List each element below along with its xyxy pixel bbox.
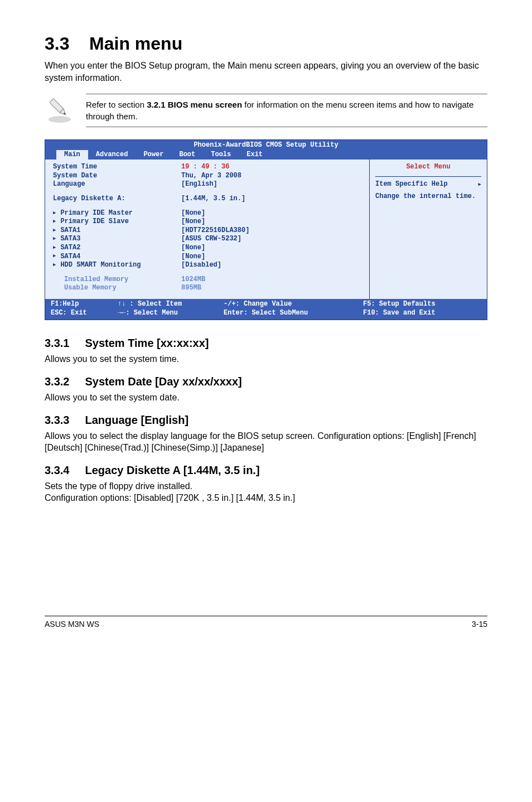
value-installed-memory: 1024MB	[181, 276, 205, 284]
label-installed-memory: Installed Memory	[53, 276, 181, 284]
section-number: 3.3	[45, 33, 69, 54]
heading-332-num: 3.3.2	[45, 375, 69, 388]
section-title-text: Main menu	[89, 33, 182, 54]
label-language: Language	[53, 180, 181, 189]
label-pis: Primary IDE Slave	[53, 218, 181, 226]
footer-enter-submenu: Enter: Select SubMenu	[224, 309, 363, 318]
pencil-note-icon	[45, 94, 75, 124]
note-text: Refer to section 3.2.1 BIOS menu screen …	[86, 94, 487, 127]
body-332: Allows you to set the system date.	[45, 392, 487, 404]
value-system-date: Thu, Apr 3 2008	[181, 172, 241, 181]
bios-right-pane: Select Menu Item Specific Help Change th…	[370, 160, 487, 299]
label-sata1: SATA1	[53, 226, 181, 235]
footer-right: 3-15	[472, 620, 487, 629]
value-legacy-diskette: [1.44M, 3.5 in.]	[181, 195, 245, 204]
label-hdd-smart: HDD SMART Monitoring	[53, 261, 181, 270]
row-installed-memory: Installed Memory1024MB	[53, 276, 362, 284]
heading-334: 3.3.4 Legacy Diskette A [1.44M, 3.5 in.]	[45, 464, 487, 477]
value-usable-memory: 895MB	[181, 284, 201, 293]
svg-point-0	[49, 116, 71, 123]
bios-brand-title: Phoenix-AwardBIOS CMOS Setup Utility	[45, 140, 487, 150]
value-sata4: [None]	[181, 253, 205, 262]
body-331: Allows you to set the system time.	[45, 353, 487, 365]
tab-power[interactable]: Power	[136, 150, 171, 160]
label-sata4: SATA4	[53, 253, 181, 262]
row-system-date[interactable]: System Date Thu, Apr 3 2008	[53, 172, 362, 181]
footer-f5-defaults: F5: Setup Defaults	[363, 300, 436, 309]
tab-boot[interactable]: Boot	[171, 150, 203, 160]
heading-331-title: System Time [xx:xx:xx]	[85, 337, 209, 350]
label-system-date: System Date	[53, 172, 181, 181]
row-primary-ide-master[interactable]: Primary IDE Master[None]	[53, 209, 362, 218]
note-text-pre: Refer to section	[86, 100, 147, 109]
tab-tools[interactable]: Tools	[203, 150, 239, 160]
label-sata3: SATA3	[53, 235, 181, 244]
row-sata1[interactable]: SATA1[HDT722516DLA380]	[53, 226, 362, 235]
label-system-time: System Time	[53, 163, 181, 172]
value-language: [English]	[181, 180, 217, 189]
note-block: Refer to section 3.2.1 BIOS menu screen …	[45, 94, 487, 127]
row-language[interactable]: Language [English]	[53, 180, 362, 189]
heading-331: 3.3.1 System Time [xx:xx:xx]	[45, 337, 487, 350]
label-sata2: SATA2	[53, 244, 181, 253]
body-333: Allows you to select the display languag…	[45, 430, 487, 454]
help-body-text: Change the internal time.	[375, 192, 481, 200]
value-pis: [None]	[181, 218, 205, 226]
select-menu-label: Select Menu	[375, 163, 481, 171]
label-pim: Primary IDE Master	[53, 209, 181, 218]
heading-332: 3.3.2 System Date [Day xx/xx/xxxx]	[45, 375, 487, 388]
footer-esc-exit: ESC: Exit	[51, 309, 118, 318]
tab-advanced[interactable]: Advanced	[88, 150, 136, 160]
heading-333-num: 3.3.3	[45, 414, 69, 427]
heading-334-title: Legacy Diskette A [1.44M, 3.5 in.]	[85, 464, 259, 477]
row-usable-memory: Usable Memory 895MB	[53, 284, 362, 293]
row-primary-ide-slave[interactable]: Primary IDE Slave[None]	[53, 218, 362, 226]
intro-paragraph: When you enter the BIOS Setup program, t…	[45, 60, 487, 84]
bios-left-pane: System Time 19 : 49 : 36 System Date Thu…	[45, 160, 370, 299]
value-system-time: 19 : 49 : 36	[181, 163, 229, 172]
row-system-time[interactable]: System Time 19 : 49 : 36	[53, 163, 362, 172]
body-334: Sets the type of floppy drive installed.…	[45, 480, 487, 504]
row-hdd-smart[interactable]: HDD SMART Monitoring[Disabled]	[53, 261, 362, 270]
bios-menubar: Main Advanced Power Boot Tools Exit	[45, 150, 487, 160]
value-sata3: [ASUS CRW-5232]	[181, 235, 241, 244]
heading-333-title: Language [English]	[85, 414, 188, 427]
tab-main[interactable]: Main	[56, 150, 88, 160]
value-pim: [None]	[181, 209, 205, 218]
footer-select-item: ↑↓ : Select Item	[118, 300, 224, 309]
tab-exit[interactable]: Exit	[239, 150, 270, 160]
footer-left: ASUS M3N WS	[45, 620, 99, 629]
row-sata3[interactable]: SATA3[ASUS CRW-5232]	[53, 235, 362, 244]
value-hdd-smart: [Disabled]	[181, 261, 221, 270]
footer-f1-help: F1:Help	[51, 300, 118, 309]
label-usable-memory: Usable Memory	[53, 284, 181, 293]
heading-333: 3.3.3 Language [English]	[45, 414, 487, 427]
heading-334-num: 3.3.4	[45, 464, 69, 477]
row-sata4[interactable]: SATA4[None]	[53, 253, 362, 262]
value-sata2: [None]	[181, 244, 205, 253]
value-sata1: [HDT722516DLA380]	[181, 226, 249, 235]
chevron-right-icon	[478, 180, 481, 188]
row-sata2[interactable]: SATA2[None]	[53, 244, 362, 253]
row-legacy-diskette[interactable]: Legacy Diskette A: [1.44M, 3.5 in.]	[53, 195, 362, 204]
label-legacy-diskette: Legacy Diskette A:	[53, 195, 181, 204]
footer-change-value: -/+: Change Value	[224, 300, 363, 309]
heading-331-num: 3.3.1	[45, 337, 69, 350]
section-heading: 3.3 Main menu	[45, 33, 487, 54]
help-title-text: Item Specific Help	[375, 180, 448, 188]
bios-screen: Phoenix-AwardBIOS CMOS Setup Utility Mai…	[45, 139, 487, 320]
item-specific-help-title: Item Specific Help	[375, 176, 481, 188]
page-footer: ASUS M3N WS 3-15	[45, 616, 487, 629]
bios-footer: F1:Help ↑↓ : Select Item -/+: Change Val…	[45, 299, 487, 320]
note-text-bold: 3.2.1 BIOS menu screen	[147, 100, 242, 109]
footer-f10-save: F10: Save and Exit	[363, 309, 436, 318]
heading-332-title: System Date [Day xx/xx/xxxx]	[85, 375, 241, 388]
footer-select-menu: →←: Select Menu	[118, 309, 224, 318]
